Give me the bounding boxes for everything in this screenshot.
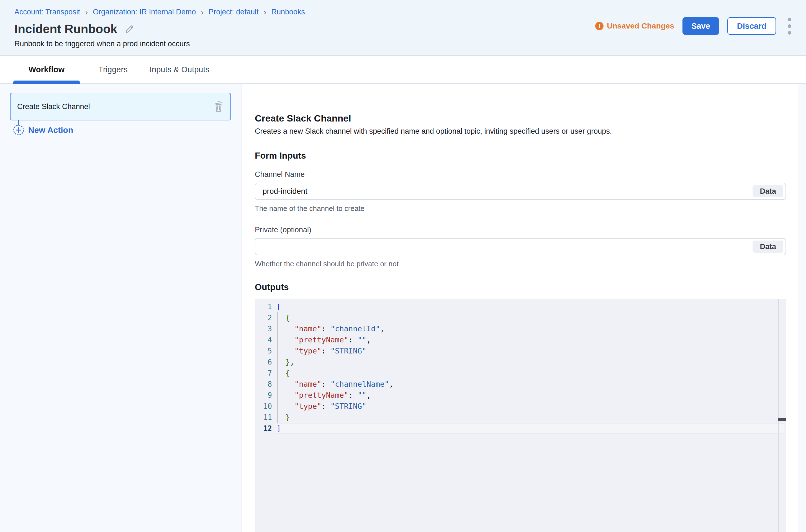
breadcrumb-separator-icon: › <box>201 8 204 16</box>
private-input[interactable] <box>255 239 753 255</box>
line-number: 11 <box>255 412 276 423</box>
code-editor[interactable]: 1[2 {3 "name": "channelId",4 "prettyName… <box>255 299 786 532</box>
code-text: }, <box>276 357 784 367</box>
code-line: 2 { <box>255 312 786 323</box>
channel-name-input-shell: Data <box>255 183 786 200</box>
more-options-button[interactable] <box>784 17 794 35</box>
detail-description: Creates a new Slack channel with specifi… <box>255 127 786 136</box>
page-header: Account: Transposit › Organization: IR I… <box>0 0 806 56</box>
right-edge-strip <box>798 84 806 532</box>
code-line: 5 "type": "STRING" <box>255 345 786 357</box>
channel-name-input[interactable] <box>255 183 753 199</box>
action-detail-panel: Create Slack Channel Creates a new Slack… <box>241 84 806 532</box>
channel-name-helper: The name of the channel to create <box>255 204 786 213</box>
runbook-page: Account: Transposit › Organization: IR I… <box>0 0 806 532</box>
line-number: 3 <box>255 323 276 335</box>
line-number: 5 <box>255 345 276 357</box>
warning-icon: ! <box>595 22 604 30</box>
action-card-create-slack-channel[interactable]: Create Slack Channel <box>10 93 231 120</box>
code-text: { <box>276 312 784 323</box>
outputs-heading: Outputs <box>255 282 786 292</box>
tab-workflow[interactable]: Workflow <box>13 56 80 83</box>
breadcrumb-runbooks[interactable]: Runbooks <box>271 8 305 16</box>
action-card-label: Create Slack Channel <box>17 102 90 111</box>
code-line: 11 } <box>255 412 786 423</box>
code-text: "name": "channelId", <box>276 323 784 335</box>
code-line: 8 "name": "channelName", <box>255 379 786 390</box>
delete-action-button[interactable] <box>212 100 225 113</box>
code-text: "prettyName": "", <box>276 390 784 401</box>
private-helper: Whether the channel should be private or… <box>255 260 786 268</box>
page-subtitle: Runbook to be triggered when a prod inci… <box>14 40 806 48</box>
discard-button[interactable]: Discard <box>727 17 776 35</box>
line-number: 1 <box>255 301 276 312</box>
trash-icon <box>213 100 224 113</box>
line-number: 8 <box>255 379 276 390</box>
workflow-connector-line <box>18 120 19 125</box>
line-number: 2 <box>255 312 276 323</box>
kebab-dot <box>788 18 791 21</box>
code-text: "prettyName": "", <box>276 335 784 345</box>
code-line: 4 "prettyName": "", <box>255 335 786 345</box>
private-label: Private (optional) <box>255 226 786 234</box>
code-text: "type": "STRING" <box>276 401 784 412</box>
detail-top-divider <box>255 104 786 105</box>
tab-triggers[interactable]: Triggers <box>80 56 146 83</box>
code-text: ] <box>276 423 784 434</box>
code-text: { <box>276 367 784 379</box>
code-line: 3 "name": "channelId", <box>255 323 786 335</box>
channel-name-data-button[interactable]: Data <box>753 185 783 197</box>
code-line: 10 "type": "STRING" <box>255 401 786 412</box>
code-line: 7 { <box>255 367 786 379</box>
code-text: "type": "STRING" <box>276 345 784 357</box>
content-area: Create Slack Channel <box>0 84 806 532</box>
line-number: 4 <box>255 335 276 345</box>
detail-title: Create Slack Channel <box>255 113 786 124</box>
code-line: 12] <box>255 423 786 434</box>
kebab-dot <box>788 24 791 28</box>
code-text: [ <box>276 301 784 312</box>
workflow-panel: Create Slack Channel <box>0 84 241 532</box>
breadcrumb-project[interactable]: Project: default <box>208 8 258 16</box>
tab-bar: Workflow Triggers Inputs & Outputs <box>0 56 806 84</box>
edit-title-button[interactable] <box>125 24 134 34</box>
channel-name-label: Channel Name <box>255 170 786 179</box>
code-line: 1[ <box>255 301 786 312</box>
code-text: } <box>276 412 784 423</box>
line-number: 9 <box>255 390 276 401</box>
breadcrumb-separator-icon: › <box>85 8 88 16</box>
unsaved-changes-label: Unsaved Changes <box>607 22 674 31</box>
editor-ruler-line <box>778 299 779 532</box>
breadcrumb-separator-icon: › <box>263 8 266 16</box>
private-data-button[interactable]: Data <box>753 241 783 253</box>
plus-circle-icon <box>13 125 24 135</box>
code-line: 6 }, <box>255 357 786 367</box>
code-text: "name": "channelName", <box>276 379 784 390</box>
save-button[interactable]: Save <box>682 17 719 35</box>
line-number: 7 <box>255 367 276 379</box>
private-input-shell: Data <box>255 238 786 255</box>
form-inputs-heading: Form Inputs <box>255 151 786 161</box>
breadcrumb: Account: Transposit › Organization: IR I… <box>14 8 806 16</box>
new-action-label: New Action <box>28 126 73 135</box>
editor-scrollbar-thumb[interactable] <box>778 418 786 421</box>
code-line: 9 "prettyName": "", <box>255 390 786 401</box>
header-actions: ! Unsaved Changes Save Discard <box>595 17 794 35</box>
line-number: 12 <box>255 423 276 434</box>
page-title: Incident Runbook <box>14 22 117 36</box>
breadcrumb-account[interactable]: Account: Transposit <box>14 8 80 16</box>
code-lines: 1[2 {3 "name": "channelId",4 "prettyName… <box>255 299 786 434</box>
line-number: 6 <box>255 357 276 367</box>
kebab-dot <box>788 31 791 35</box>
line-number: 10 <box>255 401 276 412</box>
unsaved-changes-badge: ! Unsaved Changes <box>595 22 674 31</box>
new-action-button[interactable]: New Action <box>13 125 241 135</box>
breadcrumb-organization[interactable]: Organization: IR Internal Demo <box>93 8 196 16</box>
tab-inputs-outputs[interactable]: Inputs & Outputs <box>146 56 213 83</box>
pencil-icon <box>125 25 134 34</box>
